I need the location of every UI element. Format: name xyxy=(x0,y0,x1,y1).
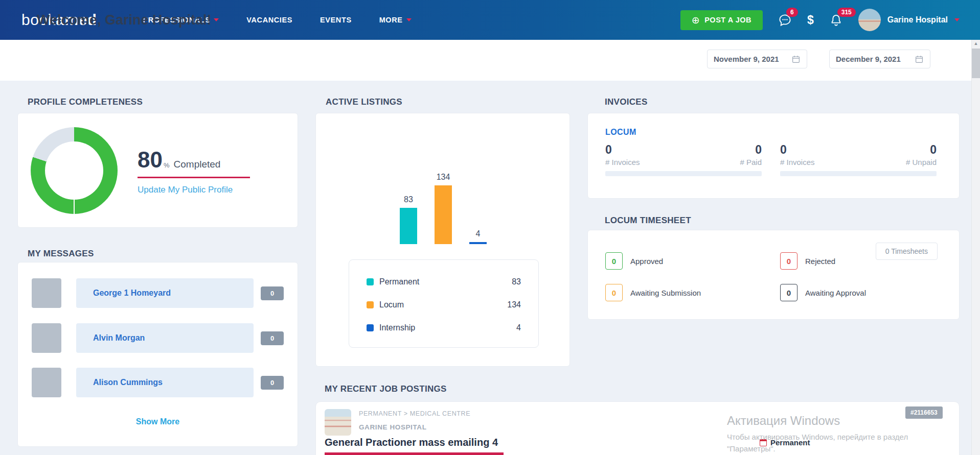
invoice-stat-group: 0 0 # Invoices # Unpaid xyxy=(780,143,937,176)
date-to-value: December 9, 2021 xyxy=(836,55,901,63)
message-count-badge: 0 xyxy=(261,331,284,345)
timesheet-item: 0 Awaiting Approval xyxy=(780,284,866,301)
timesheet-count-box: 0 xyxy=(780,284,797,301)
nav-label: EVENTS xyxy=(320,16,352,24)
plus-circle-icon: ⊕ xyxy=(692,15,700,25)
job-thumbnail-image xyxy=(325,409,351,436)
show-more-link[interactable]: Show More xyxy=(18,417,298,426)
nav-item-vacancies[interactable]: VACANCIES xyxy=(246,16,292,24)
invoice-stat-label: # Invoices xyxy=(780,158,815,166)
notifications-count-badge: 315 xyxy=(837,8,856,17)
legend-swatch xyxy=(367,301,374,308)
legend-value: 134 xyxy=(507,300,521,309)
legend-label: Locum xyxy=(379,300,404,309)
timesheet-count-box: 0 xyxy=(605,252,623,270)
user-name: Garine Hospital xyxy=(887,15,948,25)
scroll-up-icon[interactable]: ▲ xyxy=(972,41,980,46)
update-profile-link[interactable]: Update My Public Profile xyxy=(138,185,233,195)
bar-column: 4 xyxy=(469,229,487,244)
active-listings-card: 83 134 4 Permanent 83 Locum 134 xyxy=(315,113,570,367)
legend-row: Internship 4 xyxy=(367,316,521,339)
listings-bar-chart: 83 134 4 xyxy=(316,175,571,244)
progress-bar xyxy=(605,171,762,176)
completeness-value: 80 % Completed xyxy=(138,147,220,173)
completed-label: Completed xyxy=(174,159,221,170)
chart-legend: Permanent 83 Locum 134 Internship 4 xyxy=(349,259,539,348)
welcome-bar xyxy=(0,40,971,81)
date-from-input[interactable]: November 9, 2021 xyxy=(707,50,807,68)
windows-activation-watermark: Активация Windows Чтобы активировать Win… xyxy=(727,414,908,453)
calendar-icon xyxy=(915,55,924,64)
page-title: Welcome, Garine Hospital! xyxy=(37,12,212,28)
nav-item-more[interactable]: MORE xyxy=(379,16,412,24)
chart-bar xyxy=(469,242,487,244)
post-a-job-button[interactable]: ⊕POST A JOB xyxy=(680,10,763,30)
chart-bar xyxy=(400,208,417,244)
invoice-stat-label: # Unpaid xyxy=(906,158,937,166)
invoice-count: 0 xyxy=(930,143,937,157)
avatar xyxy=(858,9,881,31)
bar-value-label: 83 xyxy=(404,195,413,204)
dashboard-page: bookamed PROFESSIONALS VACANCIES EVENTS … xyxy=(0,0,980,455)
watermark-text: "Параметры". xyxy=(727,444,908,453)
bar-value-label: 134 xyxy=(437,173,450,182)
section-title-profile: PROFILE COMPLETENESS xyxy=(28,97,143,107)
bar-column: 134 xyxy=(435,173,452,244)
chevron-down-icon xyxy=(214,18,219,21)
job-company: GARINE HOSPITAL xyxy=(359,423,427,431)
scrollbar-thumb[interactable] xyxy=(972,49,980,78)
section-title-timesheet: LOCUM TIMESHEET xyxy=(605,215,691,226)
chart-bar xyxy=(435,185,452,244)
invoices-locum-link[interactable]: LOCUM xyxy=(605,128,636,137)
message-sender-link[interactable]: Alvin Morgan xyxy=(93,333,145,343)
timesheet-item: 0 Rejected xyxy=(780,252,835,270)
donut-tick xyxy=(74,200,75,214)
timesheet-item: 0 Approved xyxy=(605,252,663,270)
date-from-value: November 9, 2021 xyxy=(714,55,779,63)
invoice-stat-group: 0 0 # Invoices # Paid xyxy=(605,143,762,176)
message-count-badge: 0 xyxy=(261,286,284,300)
accent-divider xyxy=(325,452,504,455)
user-menu[interactable]: Garine Hospital xyxy=(858,9,960,31)
message-row[interactable]: Alvin Morgan 0 xyxy=(32,323,285,353)
timesheet-item-label: Approved xyxy=(630,257,663,266)
invoice-stat-label: # Invoices xyxy=(605,158,640,166)
bar-value-label: 4 xyxy=(476,229,481,238)
timesheet-item: 0 Awaiting Submission xyxy=(605,284,701,301)
section-title-recent-jobs: MY RECENT JOB POSTINGS xyxy=(325,384,447,394)
calendar-icon xyxy=(791,55,801,64)
nav-item-events[interactable]: EVENTS xyxy=(320,16,352,24)
timesheet-count-box: 0 xyxy=(605,284,623,301)
legend-row: Permanent 83 xyxy=(367,270,521,293)
message-row[interactable]: George 1 Homeyard 0 xyxy=(32,278,285,308)
invoice-count: 0 xyxy=(780,143,787,157)
post-a-job-label: POST A JOB xyxy=(704,16,751,24)
completeness-donut-chart xyxy=(31,127,118,214)
legend-row: Locum 134 xyxy=(367,293,521,316)
bar-column: 83 xyxy=(400,195,417,244)
my-messages-card: George 1 Homeyard 0 Alvin Morgan 0 Aliso… xyxy=(17,262,298,447)
invoices-card: LOCUM 0 0 # Invoices # Paid 0 0 # Invoic… xyxy=(587,113,960,199)
chevron-down-icon xyxy=(954,18,960,21)
legend-value: 4 xyxy=(516,323,521,332)
timesheets-button[interactable]: 0 Timesheets xyxy=(876,243,938,260)
vertical-scrollbar[interactable]: ▲ xyxy=(971,40,980,455)
invoice-count: 0 xyxy=(755,143,762,157)
job-id-badge: #2116653 xyxy=(905,406,943,419)
messages-menu[interactable]: 6 xyxy=(778,13,792,27)
message-sender-link[interactable]: Alison Cummings xyxy=(93,378,163,387)
avatar xyxy=(32,368,61,397)
legend-label: Permanent xyxy=(379,277,419,286)
avatar xyxy=(32,323,61,353)
message-sender-link[interactable]: George 1 Homeyard xyxy=(93,289,171,298)
job-title-link[interactable]: General Practioner mass emailing 4 xyxy=(325,437,498,448)
notifications-menu[interactable]: 315 xyxy=(829,13,843,27)
dollar-icon: $ xyxy=(807,13,814,27)
billing-menu[interactable]: $ xyxy=(807,13,814,27)
watermark-title: Активация Windows xyxy=(727,414,908,428)
message-row[interactable]: Alison Cummings 0 xyxy=(32,368,285,397)
nav-label: VACANCIES xyxy=(246,16,292,24)
date-to-input[interactable]: December 9, 2021 xyxy=(829,50,930,68)
navbar-actions: ⊕POST A JOB 6 $ 315 Garine Hospital xyxy=(680,0,960,40)
section-title-invoices: INVOICES xyxy=(605,97,648,107)
